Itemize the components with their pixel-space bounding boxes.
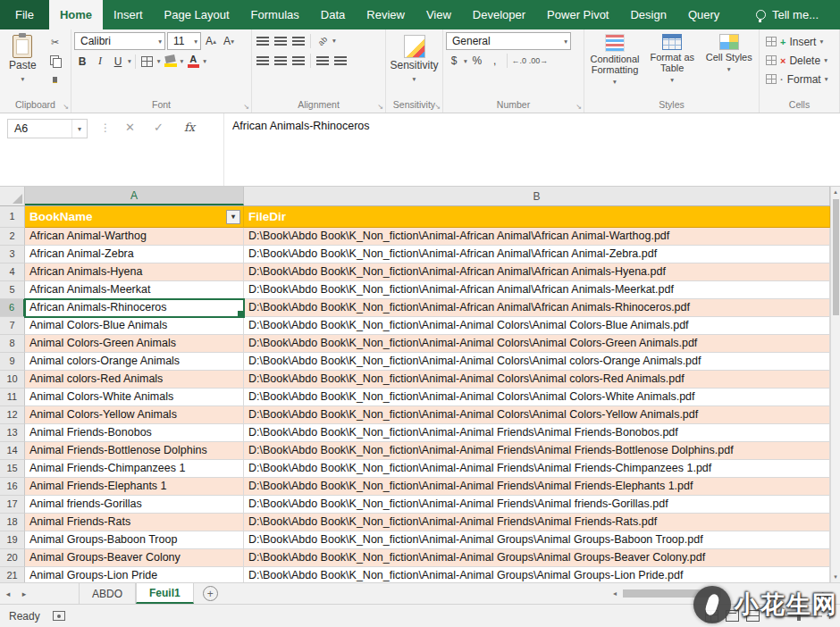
- dialog-launcher-icon[interactable]: ↘: [434, 104, 441, 111]
- orientation-button[interactable]: ab: [315, 32, 331, 49]
- ribbon-tab-home[interactable]: Home: [49, 0, 103, 29]
- sheet-nav-right-icon[interactable]: ▸: [16, 583, 32, 604]
- align-right-button[interactable]: [290, 52, 307, 69]
- cell-A18[interactable]: Animal Friends-Rats: [25, 514, 244, 531]
- cell-B21[interactable]: D:\Book\Abdo Book\K_Non_fiction\Animal-A…: [244, 567, 830, 582]
- paste-button[interactable]: Paste ▾: [3, 32, 43, 88]
- row-number-10[interactable]: 10: [0, 371, 25, 389]
- percent-format-button[interactable]: %: [469, 53, 485, 69]
- copy-button[interactable]: [46, 54, 65, 69]
- row-number-2[interactable]: 2: [0, 228, 25, 246]
- scroll-up-icon[interactable]: ▴: [831, 188, 840, 196]
- row-number-12[interactable]: 12: [0, 406, 25, 424]
- align-bottom-button[interactable]: [290, 32, 307, 49]
- cell-B17[interactable]: D:\Book\Abdo Book\K_Non_fiction\Animal-A…: [244, 496, 830, 514]
- align-left-button[interactable]: [255, 52, 271, 69]
- cell-B19[interactable]: D:\Book\Abdo Book\K_Non_fiction\Animal-A…: [244, 531, 830, 549]
- borders-button[interactable]: [139, 53, 155, 70]
- underline-button[interactable]: U: [110, 53, 126, 70]
- row-number-1[interactable]: 1: [0, 206, 25, 228]
- dialog-launcher-icon[interactable]: ↘: [243, 104, 249, 111]
- row-number-7[interactable]: 7: [0, 317, 25, 335]
- formula-bar-resize-handle[interactable]: ⋮: [100, 121, 111, 134]
- row-number-21[interactable]: 21: [0, 567, 25, 582]
- cell-B12[interactable]: D:\Book\Abdo Book\K_Non_fiction\Animal-A…: [244, 406, 830, 424]
- font-size-select[interactable]: 11▾: [167, 32, 201, 50]
- cell-A21[interactable]: Animal Groups-Lion Pride: [25, 567, 244, 582]
- cell-B5[interactable]: D:\Book\Abdo Book\K_Non_fiction\Animal-A…: [244, 281, 830, 299]
- cell-A16[interactable]: Animal Friends-Elephants 1: [25, 478, 244, 496]
- filter-dropdown-button[interactable]: ▾: [226, 210, 240, 224]
- cell-B6[interactable]: D:\Book\Abdo Book\K_Non_fiction\Animal-A…: [244, 299, 830, 317]
- cell-A17[interactable]: Animal friends-Gorillas: [25, 496, 244, 514]
- macro-record-button[interactable]: [53, 611, 65, 621]
- number-format-select[interactable]: General▾: [446, 32, 571, 50]
- cell-A2[interactable]: African Animal-Warthog: [25, 228, 244, 246]
- fill-color-button[interactable]: [163, 53, 179, 70]
- sensitivity-button[interactable]: Sensitivity ▾: [383, 32, 444, 88]
- cell-B18[interactable]: D:\Book\Abdo Book\K_Non_fiction\Animal-A…: [244, 514, 830, 531]
- vertical-scrollbar[interactable]: ▴ ▾: [830, 187, 840, 582]
- column-header-B[interactable]: B: [244, 187, 830, 205]
- dialog-launcher-icon[interactable]: ↘: [377, 104, 383, 111]
- increase-decimal-button[interactable]: ←.0: [511, 53, 527, 69]
- sheet-nav-left-icon[interactable]: ◂: [0, 583, 16, 604]
- format-cells-button[interactable]: · Format▾: [762, 70, 836, 88]
- cut-button[interactable]: ✂: [46, 35, 65, 50]
- cell-A13[interactable]: Animal Friends-Bonobos: [25, 424, 244, 442]
- currency-format-button[interactable]: $: [446, 53, 462, 69]
- format-as-table-button[interactable]: Format as Table ▾: [645, 32, 700, 88]
- ribbon-tab-insert[interactable]: Insert: [103, 0, 154, 29]
- ribbon-tab-power-pivot[interactable]: Power Pivot: [536, 0, 619, 29]
- font-color-button[interactable]: A: [185, 53, 201, 70]
- new-sheet-button[interactable]: +: [203, 586, 218, 601]
- sheet-tab-abdo[interactable]: ABDO: [79, 583, 136, 604]
- row-number-8[interactable]: 8: [0, 335, 25, 353]
- cell-A19[interactable]: Animal Groups-Baboon Troop: [25, 531, 244, 549]
- enter-button[interactable]: ✓: [154, 121, 164, 134]
- dialog-launcher-icon[interactable]: ↘: [575, 104, 582, 111]
- tell-me-box[interactable]: Tell me...: [749, 0, 840, 29]
- cell-A15[interactable]: Animal Friends-Chimpanzees 1: [25, 460, 244, 478]
- cell-A10[interactable]: Animal colors-Red Animals: [25, 371, 244, 389]
- row-number-5[interactable]: 5: [0, 281, 25, 299]
- cell-B11[interactable]: D:\Book\Abdo Book\K_Non_fiction\Animal-A…: [244, 389, 830, 406]
- insert-cells-button[interactable]: + Insert▾: [762, 32, 836, 51]
- row-number-4[interactable]: 4: [0, 263, 25, 281]
- column-header-A[interactable]: A: [25, 187, 244, 205]
- cell-B16[interactable]: D:\Book\Abdo Book\K_Non_fiction\Animal-A…: [244, 478, 830, 496]
- cell-B13[interactable]: D:\Book\Abdo Book\K_Non_fiction\Animal-A…: [244, 424, 830, 442]
- cell-A3[interactable]: African Animal-Zebra: [25, 246, 244, 263]
- scroll-left-icon[interactable]: ◂: [609, 589, 621, 598]
- ribbon-tab-view[interactable]: View: [416, 0, 462, 29]
- row-number-14[interactable]: 14: [0, 442, 25, 460]
- ribbon-tab-developer[interactable]: Developer: [462, 0, 536, 29]
- cell-B9[interactable]: D:\Book\Abdo Book\K_Non_fiction\Animal-A…: [244, 353, 830, 371]
- cell-A6[interactable]: African Animals-Rhinoceros: [25, 299, 244, 317]
- decrease-font-size-button[interactable]: A▾: [221, 33, 237, 50]
- cancel-button[interactable]: ✕: [125, 121, 135, 134]
- increase-indent-button[interactable]: [332, 52, 349, 69]
- decrease-decimal-button[interactable]: .00→: [529, 53, 549, 69]
- row-number-6[interactable]: 6: [0, 299, 25, 317]
- cell-B15[interactable]: D:\Book\Abdo Book\K_Non_fiction\Animal-A…: [244, 460, 830, 478]
- row-number-18[interactable]: 18: [0, 514, 25, 531]
- cell-styles-button[interactable]: Cell Styles ▾: [702, 32, 757, 77]
- row-number-15[interactable]: 15: [0, 460, 25, 478]
- cell-A20[interactable]: Animal Groups-Beaver Colony: [25, 549, 244, 567]
- cell-A11[interactable]: Animal Colors-White Animals: [25, 389, 244, 406]
- cell-B10[interactable]: D:\Book\Abdo Book\K_Non_fiction\Animal-A…: [244, 371, 830, 389]
- cell-A1[interactable]: BookName▾: [25, 206, 244, 228]
- row-number-17[interactable]: 17: [0, 496, 25, 514]
- cell-B14[interactable]: D:\Book\Abdo Book\K_Non_fiction\Animal-A…: [244, 442, 830, 460]
- vertical-scrollbar-thumb[interactable]: [833, 199, 839, 315]
- select-all-button[interactable]: [0, 187, 25, 205]
- format-painter-button[interactable]: [46, 72, 65, 88]
- ribbon-tab-page-layout[interactable]: Page Layout: [154, 0, 240, 29]
- row-number-19[interactable]: 19: [0, 531, 25, 549]
- ribbon-tab-query[interactable]: Query: [677, 0, 730, 29]
- sheet-tab-feuil1[interactable]: Feuil1: [136, 583, 194, 604]
- ribbon-tab-review[interactable]: Review: [356, 0, 416, 29]
- row-number-13[interactable]: 13: [0, 424, 25, 442]
- cell-B4[interactable]: D:\Book\Abdo Book\K_Non_fiction\Animal-A…: [244, 263, 830, 281]
